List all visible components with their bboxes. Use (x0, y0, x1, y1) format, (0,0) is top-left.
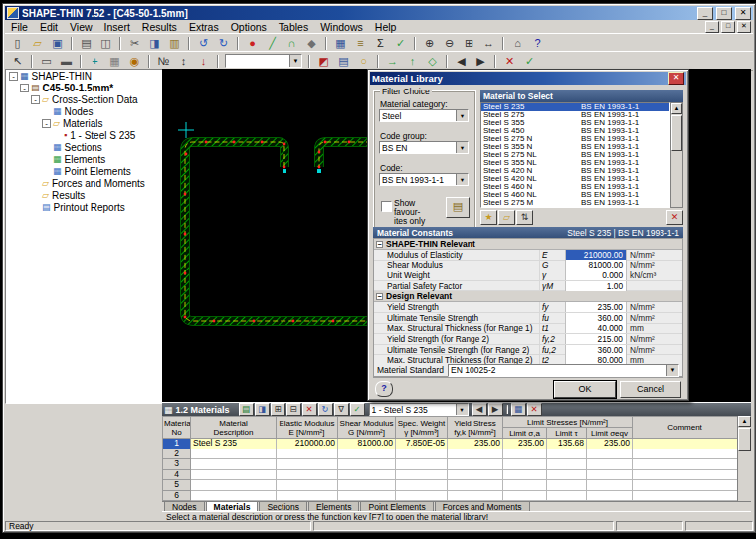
cell[interactable] (503, 469, 547, 480)
row-number[interactable]: 1 (163, 439, 191, 449)
cell[interactable]: Steel S 235 (191, 439, 277, 449)
tree-item-c45-50-1-5mm[interactable]: -▤C45-50-1.5mm* (6, 82, 163, 93)
cell[interactable] (587, 459, 633, 470)
calculate-icon[interactable]: Σ (371, 35, 390, 52)
view-y-icon[interactable]: → (383, 53, 402, 70)
display-properties-icon[interactable]: ◩ (314, 53, 333, 70)
tree-item-shape-thin[interactable]: -▦SHAPE-THIN (6, 70, 163, 82)
cell[interactable]: 7.850E-05 (396, 439, 448, 449)
cancel-button[interactable]: Cancel (620, 381, 681, 398)
tree-expand-icon[interactable]: - (9, 72, 18, 81)
material-library-icon[interactable]: ≡ (351, 35, 370, 52)
menu-view[interactable]: View (64, 21, 98, 33)
filter-icon[interactable]: ∇ (334, 403, 349, 416)
zoom-in-icon[interactable]: ⊕ (420, 35, 439, 52)
new-point-element-icon[interactable]: ◆ (302, 35, 321, 52)
cell[interactable] (396, 459, 448, 470)
material-list[interactable]: Steel S 235BS EN 1993-1-1Steel S 275BS E… (480, 102, 670, 208)
copy-icon[interactable]: ◨ (145, 35, 164, 52)
tree-item-1-steel-s-235[interactable]: ▪1 - Steel S 235 (6, 129, 163, 141)
add-favourite-icon[interactable]: ★ (480, 210, 497, 225)
print-icon[interactable]: ▤ (77, 35, 95, 52)
row-number[interactable]: 4 (163, 469, 191, 480)
material-row[interactable]: Steel S 460 NBS EN 1993-1-1 (481, 183, 669, 191)
cell[interactable] (277, 449, 338, 459)
collapse-icon[interactable]: − (376, 293, 383, 300)
zoom-window-icon[interactable]: ⊞ (460, 35, 478, 52)
tree-expand-icon[interactable]: - (31, 95, 40, 104)
cell[interactable] (277, 480, 338, 491)
open-file-icon[interactable]: ▱ (28, 35, 47, 52)
row-number[interactable]: 6 (163, 490, 191, 501)
solid-view-icon[interactable]: ▬ (57, 53, 76, 70)
material-row[interactable]: Steel S 450BS EN 1993-1-1 (481, 127, 669, 135)
cell[interactable] (587, 449, 633, 459)
code-select[interactable]: BS EN 1993-1-1 ▼ (379, 173, 469, 186)
material-row[interactable]: Steel S 355BS EN 1993-1-1 (481, 119, 669, 127)
cell[interactable] (587, 480, 633, 491)
constant-value[interactable]: 1.00 (565, 281, 627, 291)
cell[interactable] (396, 490, 448, 501)
check-icon[interactable]: ✓ (391, 35, 410, 52)
cell[interactable] (587, 469, 633, 480)
cell[interactable] (277, 490, 338, 501)
show-favourites-checkbox[interactable] (381, 201, 392, 212)
menu-options[interactable]: Options (225, 21, 273, 33)
material-standard-select[interactable]: EN 10025-2 ▼ (448, 364, 679, 377)
constants-group-header[interactable]: −Design Relevant (374, 291, 682, 302)
previous-view-icon[interactable]: ◀ (452, 53, 471, 70)
table-check-icon[interactable]: ✓ (350, 403, 365, 416)
row-number[interactable]: 3 (163, 459, 191, 470)
tables-icon[interactable]: ▦ (331, 35, 350, 52)
constant-value[interactable]: 235.00 (565, 302, 627, 312)
cell[interactable] (396, 449, 448, 459)
constants-group-header[interactable]: −SHAPE-THIN Relevant (374, 239, 682, 250)
clear-table-icon[interactable]: ✕ (302, 403, 317, 416)
cell[interactable] (503, 490, 547, 501)
constant-value[interactable]: 210000.00 (565, 250, 627, 260)
copy-row-icon[interactable]: ◨ (255, 403, 270, 416)
title-bar[interactable]: SHAPE-THIN 7.52 - [C45-50-1.5mm] _ □ ✕ (5, 6, 753, 20)
view-z-icon[interactable]: ↑ (403, 53, 422, 70)
cancel-icon[interactable]: ✕ (500, 53, 519, 70)
tree-item-nodes[interactable]: ▦Nodes (6, 105, 163, 117)
cell[interactable] (191, 480, 277, 491)
new-element-icon[interactable]: ╱ (263, 35, 282, 52)
tree-item-cross-section-data[interactable]: -▱Cross-Section Data (6, 93, 163, 105)
scroll-thumb[interactable] (671, 115, 682, 151)
redo-icon[interactable]: ↻ (214, 35, 233, 52)
snap-icon[interactable]: ◉ (125, 53, 144, 70)
refresh-table-icon[interactable]: ↻ (318, 403, 333, 416)
material-row[interactable]: Steel S 355 NBS EN 1993-1-1 (481, 143, 669, 151)
delete-material-icon[interactable]: ✕ (666, 210, 683, 225)
cell[interactable] (338, 490, 396, 501)
constant-value[interactable]: 0.000 (565, 270, 627, 280)
cell[interactable] (191, 469, 277, 480)
pan-icon[interactable]: ↔ (479, 35, 498, 52)
cell[interactable] (338, 480, 396, 491)
material-row[interactable]: Steel S 460 NLBS EN 1993-1-1 (481, 191, 669, 199)
cell[interactable] (587, 490, 633, 501)
material-row[interactable]: Steel S 275 MBS EN 1993-1-1 (481, 199, 669, 207)
mdi-restore-button[interactable]: □ (721, 21, 735, 33)
tree-expand-icon[interactable]: - (42, 119, 51, 128)
cell[interactable] (633, 439, 738, 449)
close-button[interactable]: ✕ (735, 7, 751, 20)
menu-edit[interactable]: Edit (34, 21, 64, 33)
sort-icon[interactable]: ⇅ (516, 210, 533, 225)
material-row[interactable]: Steel S 420 NLBS EN 1993-1-1 (481, 175, 669, 183)
tree-item-printout-reports[interactable]: ▤Printout Reports (6, 201, 163, 213)
row-number[interactable]: 2 (163, 449, 191, 459)
ok-button[interactable]: OK (554, 381, 616, 398)
next-view-icon[interactable]: ▶ (472, 53, 490, 70)
scroll-up-icon[interactable]: ▲ (738, 416, 751, 427)
cell[interactable]: 135.68 (547, 439, 587, 449)
close-table-icon[interactable]: ✕ (527, 403, 542, 416)
print-preview-icon[interactable]: ◫ (96, 35, 115, 52)
menu-extras[interactable]: Extras (183, 21, 225, 33)
cell[interactable] (633, 449, 738, 459)
dialog-close-button[interactable]: ✕ (668, 72, 684, 85)
new-file-icon[interactable]: ▯ (8, 35, 27, 52)
menu-results[interactable]: Results (136, 21, 183, 33)
cell[interactable] (547, 449, 587, 459)
